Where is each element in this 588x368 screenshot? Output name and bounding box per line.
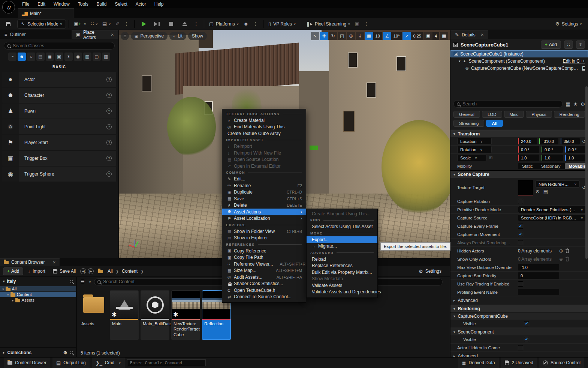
add-component-button[interactable]: +Add <box>541 41 561 49</box>
world-space-icon[interactable]: ⊕ <box>347 32 355 40</box>
clear-array-icon[interactable] <box>565 248 570 253</box>
filter-chip[interactable]: Streaming <box>453 120 484 127</box>
context-menu-item[interactable]: REFERENCES › <box>222 241 306 248</box>
menu-item[interactable]: Tools <box>74 0 93 8</box>
context-menu-item[interactable]: Size Map... ALT+SHIFT+M › <box>222 267 306 274</box>
browse-to-asset-icon[interactable]: ▤ <box>543 189 548 194</box>
capture-sort-priority-field[interactable]: 0 <box>518 272 559 279</box>
menu-item[interactable]: Window <box>49 0 74 8</box>
component-row-capture-component[interactable]: ◎ CaptureComponentCube (NewSceneCaptureC… <box>450 65 588 72</box>
show-dropdown[interactable]: Show <box>188 32 207 40</box>
submenu-item[interactable]: Migrate... › <box>307 243 377 250</box>
context-menu-item[interactable]: TEXTURE CUBE ACTIONS › <box>222 111 306 117</box>
context-menu-item[interactable]: Copy File Path › <box>222 254 306 261</box>
search-icon[interactable] <box>70 351 73 354</box>
camera-speed-control[interactable]: ▣ 4 <box>424 32 439 40</box>
cmd-dropdown[interactable]: ❯_ Cmd∨ <box>92 357 125 368</box>
rotate-tool-icon[interactable]: ↻ <box>329 32 337 40</box>
display-options-icon[interactable]: ▦ <box>566 101 570 107</box>
maximize-viewport-icon[interactable]: ▦ <box>440 32 448 40</box>
help-icon[interactable]: ? <box>106 77 112 82</box>
scale-x-field[interactable]: 1.0 <box>518 155 539 161</box>
expand-arrow-icon[interactable]: ▾ <box>459 59 461 63</box>
filter-chip[interactable]: Rendering <box>554 111 585 118</box>
visual-effects-category-icon[interactable]: ▣ <box>55 53 63 61</box>
use-selected-icon[interactable]: ⊙ <box>536 189 540 194</box>
breadcrumb-all[interactable]: All <box>106 269 114 274</box>
location-dropdown[interactable]: Location∨ <box>457 138 492 145</box>
context-menu-item[interactable]: Create Texture Cube Array › <box>222 130 306 137</box>
context-menu-item[interactable]: Shader Cook Statistics... › <box>222 281 306 287</box>
context-menu-item[interactable]: Audit Assets... ALT+SHIFT+A › <box>222 274 306 281</box>
lights-category-icon[interactable]: ○ <box>27 53 35 61</box>
place-actor-item[interactable]: Point Light ? <box>2 119 116 134</box>
viewport-menu-button[interactable]: ≡ <box>121 32 129 40</box>
forward-icon[interactable]: ▶ <box>88 268 94 274</box>
submenu-item[interactable]: Validate Assets and Dependencies › <box>307 289 377 296</box>
capture-source-dropdown[interactable]: SceneColor (HDR) in RGB, Inv Opacity∨ <box>518 214 586 221</box>
help-icon[interactable]: ? <box>106 93 112 98</box>
rotation-z-field[interactable]: 0.0 ° <box>565 146 587 153</box>
always-persist-checkbox[interactable]: ✓ <box>518 240 523 245</box>
section-scene-capture[interactable]: ▾Scene Capture <box>450 170 588 178</box>
expand-arrow-icon[interactable] <box>7 292 9 297</box>
all-classes-category-icon[interactable]: ▩ <box>102 53 110 61</box>
context-menu-item[interactable]: Reimport › <box>222 143 306 150</box>
help-icon[interactable]: ? <box>106 171 112 177</box>
submenu-item[interactable]: Validate Assets › <box>307 282 377 289</box>
scale-dropdown[interactable]: Scale∨ <box>457 154 486 161</box>
tab-details[interactable]: ✎ Details ✕ <box>450 30 488 39</box>
platforms-dropdown[interactable]: ▢Platforms∨ <box>207 19 241 29</box>
context-menu-item[interactable]: Rename F2 › <box>222 182 306 189</box>
rotation-snap-control[interactable]: ∠ 10° <box>383 32 402 40</box>
multi-user-options[interactable]: ⋮ <box>251 21 260 27</box>
tab-content-browser[interactable]: Content Browser ✕ <box>0 258 60 266</box>
edit-link[interactable]: E <box>582 66 585 71</box>
pixel-streaming-dropdown[interactable]: ❚▸Pixel Streaming∨ <box>304 19 353 29</box>
submenu-item[interactable]: Show Metadata › <box>307 276 377 282</box>
geometry-category-icon[interactable]: ▥ <box>83 53 91 61</box>
stop-button[interactable] <box>164 19 178 29</box>
settings-dropdown[interactable]: ⚙Settings∨ <box>553 19 584 29</box>
place-actor-item[interactable]: Trigger Sphere ? <box>2 167 116 182</box>
play-button[interactable] <box>137 19 151 29</box>
advanced-expander[interactable]: ▸Advanced <box>450 296 588 305</box>
multi-user-button[interactable]: ☻ <box>241 19 251 29</box>
component-row-instance[interactable]: SceneCaptureCube1 (Instance) <box>450 50 588 57</box>
submenu-item[interactable]: MOVE › <box>307 230 377 236</box>
save-all-button[interactable]: Save All <box>50 269 79 274</box>
submenu-item[interactable]: Reload › <box>307 256 377 263</box>
surface-snap-icon[interactable]: ⇣ <box>356 32 364 40</box>
collapse-icon[interactable]: ▾ <box>3 279 5 283</box>
save-button[interactable] <box>4 19 13 29</box>
console-command-input[interactable]: Enter Console Command <box>127 359 206 366</box>
lock-button[interactable]: ⚿ <box>576 41 585 49</box>
primitive-render-mode-dropdown[interactable]: Render Scene Primitives (Legacy)∨ <box>518 206 586 213</box>
profiling-event-field[interactable] <box>518 289 559 295</box>
context-menu-item[interactable]: COMMON › <box>222 170 306 176</box>
folder-tree-item[interactable]: Assets <box>0 297 76 303</box>
search-icon[interactable] <box>70 280 73 283</box>
asset-tile[interactable]: ✱ NewTexture RenderTarget Cube <box>171 290 200 340</box>
place-actor-item[interactable]: Character ? <box>2 88 116 103</box>
perspective-dropdown[interactable]: ▣ Perspective <box>131 32 168 40</box>
output-log-button[interactable]: ▤ Output Log <box>52 357 90 368</box>
help-icon[interactable]: ? <box>106 140 112 145</box>
expand-arrow-icon[interactable] <box>2 287 4 291</box>
skip-button[interactable] <box>151 19 164 29</box>
grid-snap-control[interactable]: ▦ 10 <box>365 32 382 40</box>
context-menu-item[interactable]: Find Materials Using This › <box>222 124 306 131</box>
context-menu-item[interactable]: Delete DELETE › <box>222 202 306 209</box>
capture-rotation-checkbox[interactable]: ✓ <box>518 199 523 204</box>
rotation-x-field[interactable]: 0.0 ° <box>518 146 539 153</box>
details-search-input[interactable]: Search <box>453 100 563 108</box>
help-icon[interactable]: ? <box>106 124 112 129</box>
select-tool-icon[interactable]: ↖ <box>311 32 319 40</box>
help-icon[interactable]: ? <box>106 108 112 114</box>
vp-roles-dropdown[interactable]: ▯VP Roles∨ <box>266 19 298 29</box>
submenu-item[interactable]: FIND › <box>307 217 377 224</box>
filter-icon[interactable]: ☰ <box>81 279 84 284</box>
scale-snap-control[interactable]: ↗ 0.25 <box>402 32 423 40</box>
move-tool-icon[interactable]: ✚ <box>320 32 328 40</box>
toolbar-overflow[interactable]: ⋮ <box>122 21 132 27</box>
